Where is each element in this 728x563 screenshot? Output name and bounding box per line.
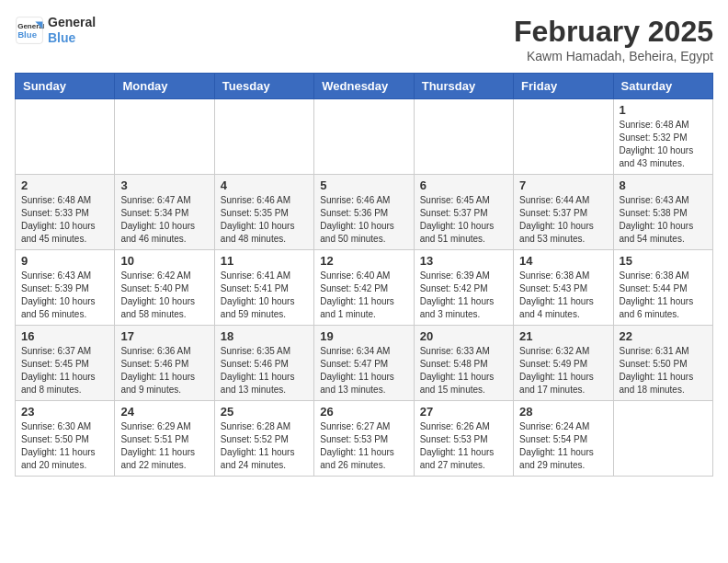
calendar-cell: 17Sunrise: 6:36 AM Sunset: 5:46 PM Dayli… — [115, 326, 214, 401]
calendar-cell: 18Sunrise: 6:35 AM Sunset: 5:46 PM Dayli… — [214, 326, 313, 401]
calendar-cell — [16, 99, 115, 175]
calendar-header-thursday: Thursday — [414, 74, 513, 99]
calendar-cell — [514, 99, 613, 175]
calendar-cell: 24Sunrise: 6:29 AM Sunset: 5:51 PM Dayli… — [115, 401, 214, 477]
day-number: 24 — [120, 405, 208, 419]
day-number: 1 — [620, 103, 707, 117]
day-info: Sunrise: 6:46 AM Sunset: 5:35 PM Dayligh… — [221, 194, 308, 246]
calendar-cell: 20Sunrise: 6:33 AM Sunset: 5:48 PM Dayli… — [414, 326, 513, 401]
calendar-header-saturday: Saturday — [613, 74, 712, 99]
calendar-table: SundayMondayTuesdayWednesdayThursdayFrid… — [15, 73, 713, 477]
day-info: Sunrise: 6:39 AM Sunset: 5:42 PM Dayligh… — [420, 270, 507, 321]
calendar-cell: 14Sunrise: 6:38 AM Sunset: 5:43 PM Dayli… — [514, 250, 613, 326]
day-info: Sunrise: 6:24 AM Sunset: 5:54 PM Dayligh… — [519, 420, 607, 472]
calendar-cell — [115, 99, 214, 175]
day-info: Sunrise: 6:35 AM Sunset: 5:46 PM Dayligh… — [221, 345, 308, 396]
calendar-cell: 3Sunrise: 6:47 AM Sunset: 5:34 PM Daylig… — [115, 175, 214, 250]
calendar-week-4: 16Sunrise: 6:37 AM Sunset: 5:45 PM Dayli… — [16, 326, 713, 401]
svg-text:Blue: Blue — [17, 29, 37, 40]
day-info: Sunrise: 6:30 AM Sunset: 5:50 PM Dayligh… — [21, 420, 108, 472]
day-number: 6 — [420, 178, 507, 192]
day-number: 10 — [120, 254, 208, 268]
title-block: February 2025 Kawm Hamadah, Beheira, Egy… — [514, 15, 713, 63]
day-info: Sunrise: 6:34 AM Sunset: 5:47 PM Dayligh… — [320, 345, 407, 396]
day-number: 3 — [120, 178, 208, 192]
day-info: Sunrise: 6:43 AM Sunset: 5:38 PM Dayligh… — [620, 194, 707, 246]
day-number: 18 — [221, 329, 308, 343]
day-number: 19 — [320, 329, 407, 343]
calendar-week-1: 1Sunrise: 6:48 AM Sunset: 5:32 PM Daylig… — [16, 99, 713, 175]
day-info: Sunrise: 6:45 AM Sunset: 5:37 PM Dayligh… — [420, 194, 507, 246]
page-subtitle: Kawm Hamadah, Beheira, Egypt — [514, 49, 713, 63]
calendar-week-2: 2Sunrise: 6:48 AM Sunset: 5:33 PM Daylig… — [16, 175, 713, 250]
calendar-header-monday: Monday — [115, 74, 214, 99]
day-info: Sunrise: 6:37 AM Sunset: 5:45 PM Dayligh… — [21, 345, 108, 396]
day-number: 2 — [21, 178, 108, 192]
day-info: Sunrise: 6:32 AM Sunset: 5:49 PM Dayligh… — [519, 345, 607, 396]
calendar-cell: 1Sunrise: 6:48 AM Sunset: 5:32 PM Daylig… — [613, 99, 712, 175]
calendar-cell: 10Sunrise: 6:42 AM Sunset: 5:40 PM Dayli… — [115, 250, 214, 326]
calendar-cell: 11Sunrise: 6:41 AM Sunset: 5:41 PM Dayli… — [214, 250, 313, 326]
day-number: 12 — [320, 254, 407, 268]
calendar-cell: 26Sunrise: 6:27 AM Sunset: 5:53 PM Dayli… — [314, 401, 414, 477]
day-info: Sunrise: 6:48 AM Sunset: 5:32 PM Dayligh… — [620, 119, 707, 170]
day-info: Sunrise: 6:31 AM Sunset: 5:50 PM Dayligh… — [620, 345, 707, 396]
calendar-cell: 19Sunrise: 6:34 AM Sunset: 5:47 PM Dayli… — [314, 326, 414, 401]
day-number: 8 — [620, 178, 707, 192]
day-number: 20 — [420, 329, 507, 343]
day-number: 5 — [320, 178, 407, 192]
day-number: 25 — [221, 405, 308, 419]
calendar-cell: 9Sunrise: 6:43 AM Sunset: 5:39 PM Daylig… — [16, 250, 115, 326]
calendar-cell: 27Sunrise: 6:26 AM Sunset: 5:53 PM Dayli… — [414, 401, 513, 477]
calendar-week-5: 23Sunrise: 6:30 AM Sunset: 5:50 PM Dayli… — [16, 401, 713, 477]
calendar-cell: 13Sunrise: 6:39 AM Sunset: 5:42 PM Dayli… — [414, 250, 513, 326]
calendar-cell — [214, 99, 313, 175]
day-number: 7 — [519, 178, 607, 192]
logo-general: General — [48, 15, 96, 30]
day-info: Sunrise: 6:29 AM Sunset: 5:51 PM Dayligh… — [120, 420, 208, 472]
day-number: 4 — [221, 178, 308, 192]
calendar-header-friday: Friday — [514, 74, 613, 99]
calendar-cell: 4Sunrise: 6:46 AM Sunset: 5:35 PM Daylig… — [214, 175, 313, 250]
calendar-cell: 23Sunrise: 6:30 AM Sunset: 5:50 PM Dayli… — [16, 401, 115, 477]
logo-icon: General Blue — [15, 16, 44, 45]
page-header: General Blue General Blue February 2025 … — [15, 15, 713, 63]
calendar-header-sunday: Sunday — [16, 74, 115, 99]
calendar-cell: 21Sunrise: 6:32 AM Sunset: 5:49 PM Dayli… — [514, 326, 613, 401]
calendar-cell: 22Sunrise: 6:31 AM Sunset: 5:50 PM Dayli… — [613, 326, 712, 401]
day-number: 16 — [21, 329, 108, 343]
day-number: 11 — [221, 254, 308, 268]
calendar-cell: 16Sunrise: 6:37 AM Sunset: 5:45 PM Dayli… — [16, 326, 115, 401]
day-number: 15 — [620, 254, 707, 268]
day-number: 13 — [420, 254, 507, 268]
calendar-header-wednesday: Wednesday — [314, 74, 414, 99]
day-info: Sunrise: 6:44 AM Sunset: 5:37 PM Dayligh… — [519, 194, 607, 246]
calendar-header-row: SundayMondayTuesdayWednesdayThursdayFrid… — [16, 74, 713, 99]
day-info: Sunrise: 6:27 AM Sunset: 5:53 PM Dayligh… — [320, 420, 407, 472]
calendar-cell: 8Sunrise: 6:43 AM Sunset: 5:38 PM Daylig… — [613, 175, 712, 250]
calendar-header-tuesday: Tuesday — [214, 74, 313, 99]
calendar-cell: 25Sunrise: 6:28 AM Sunset: 5:52 PM Dayli… — [214, 401, 313, 477]
day-info: Sunrise: 6:42 AM Sunset: 5:40 PM Dayligh… — [120, 270, 208, 321]
day-info: Sunrise: 6:33 AM Sunset: 5:48 PM Dayligh… — [420, 345, 507, 396]
day-info: Sunrise: 6:28 AM Sunset: 5:52 PM Dayligh… — [221, 420, 308, 472]
calendar-cell: 12Sunrise: 6:40 AM Sunset: 5:42 PM Dayli… — [314, 250, 414, 326]
calendar-week-3: 9Sunrise: 6:43 AM Sunset: 5:39 PM Daylig… — [16, 250, 713, 326]
day-info: Sunrise: 6:43 AM Sunset: 5:39 PM Dayligh… — [21, 270, 108, 321]
calendar-cell: 28Sunrise: 6:24 AM Sunset: 5:54 PM Dayli… — [514, 401, 613, 477]
calendar-cell: 15Sunrise: 6:38 AM Sunset: 5:44 PM Dayli… — [613, 250, 712, 326]
logo: General Blue General Blue — [15, 15, 96, 46]
page-title: February 2025 — [514, 15, 713, 49]
day-info: Sunrise: 6:40 AM Sunset: 5:42 PM Dayligh… — [320, 270, 407, 321]
logo-blue: Blue — [48, 30, 96, 46]
day-number: 22 — [620, 329, 707, 343]
day-number: 26 — [320, 405, 407, 419]
calendar-cell: 6Sunrise: 6:45 AM Sunset: 5:37 PM Daylig… — [414, 175, 513, 250]
day-info: Sunrise: 6:48 AM Sunset: 5:33 PM Dayligh… — [21, 194, 108, 246]
day-number: 28 — [519, 405, 607, 419]
calendar-cell: 2Sunrise: 6:48 AM Sunset: 5:33 PM Daylig… — [16, 175, 115, 250]
day-number: 23 — [21, 405, 108, 419]
day-number: 27 — [420, 405, 507, 419]
day-info: Sunrise: 6:26 AM Sunset: 5:53 PM Dayligh… — [420, 420, 507, 472]
day-info: Sunrise: 6:41 AM Sunset: 5:41 PM Dayligh… — [221, 270, 308, 321]
